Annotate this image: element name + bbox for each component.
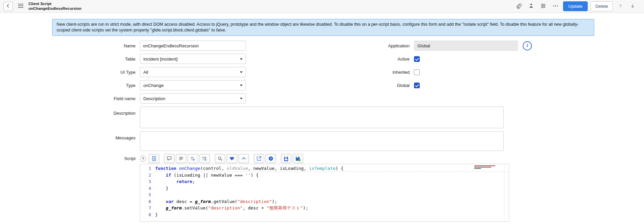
hamburger-menu-icon [18, 4, 24, 9]
code-line: function onChange(control, oldValue, new… [155, 165, 509, 172]
application-field-value: Global [417, 43, 430, 48]
replace-icon[interactable]: $a [188, 154, 198, 163]
form-header: Client Script onChangeEndlessRecursion U… [0, 0, 644, 13]
name-label: Name [0, 43, 140, 48]
inherited-label: Inherited [255, 70, 414, 75]
attachment-button[interactable] [514, 1, 524, 12]
application-label: Application [255, 43, 414, 48]
code-line [155, 192, 509, 198]
code-line: } [155, 211, 509, 218]
heart-icon[interactable] [227, 154, 237, 163]
line-number: 7 [140, 205, 155, 211]
chevron-down-icon [240, 98, 243, 99]
active-label: Active [255, 57, 414, 62]
more-options-button[interactable] [550, 1, 561, 12]
code-minimap [474, 165, 501, 170]
type-select-value: onChange [143, 83, 164, 88]
code-editor-box[interactable]: 12345678 function onChange(control, oldV… [140, 164, 509, 222]
paperclip-icon [516, 3, 522, 10]
open-in-window-icon[interactable] [254, 154, 264, 163]
chevron-up-icon[interactable] [238, 154, 249, 163]
update-button[interactable]: Update [563, 1, 588, 11]
search-icon[interactable] [215, 154, 225, 163]
personalize-button[interactable] [526, 1, 536, 12]
svg-text:$a: $a [191, 156, 193, 159]
chevron-left-icon [6, 4, 10, 9]
delete-button[interactable]: Delete [590, 1, 613, 11]
script-label: Script [124, 156, 136, 222]
ellipsis-icon [553, 3, 558, 10]
line-number: 6 [140, 198, 155, 205]
ui-type-label: UI Type [0, 70, 140, 75]
line-number: 8 [140, 211, 155, 218]
arrow-down-icon [630, 3, 636, 10]
name-input[interactable] [140, 41, 246, 51]
info-banner: New client-scripts are run in strict mod… [52, 19, 594, 36]
replace-all-icon[interactable]: $ab [200, 154, 210, 163]
table-label: Table [0, 57, 140, 62]
active-checkbox[interactable] [414, 56, 420, 62]
line-number: 3 [140, 178, 155, 185]
description-textarea[interactable] [140, 107, 504, 128]
svg-text:$ab: $ab [202, 156, 206, 159]
code-line: var desc = g_form.getValue("description"… [155, 198, 509, 205]
help-icon[interactable]: ? [266, 154, 276, 163]
messages-label: Messages [0, 131, 140, 140]
line-number: 2 [140, 172, 155, 179]
type-label: Type [0, 83, 140, 88]
global-checkbox[interactable] [414, 83, 420, 88]
question-mark-icon: ? [142, 157, 144, 161]
global-label: Global [255, 83, 414, 88]
application-field: Global [414, 41, 518, 51]
description-label: Description [0, 107, 140, 116]
line-number: 5 [140, 192, 155, 198]
toggle-comment-icon[interactable] [164, 154, 174, 163]
table-select[interactable]: Incident [incident] [140, 54, 246, 64]
inherited-checkbox[interactable] [414, 69, 420, 75]
line-number-gutter: 12345678 [140, 164, 155, 221]
code-content[interactable]: function onChange(control, oldValue, new… [155, 164, 509, 221]
code-line: if (isLoading || newValue === '') { [155, 172, 509, 179]
line-number: 1 [140, 165, 155, 172]
line-number: 4 [140, 185, 155, 192]
back-button[interactable] [3, 2, 13, 11]
info-icon: i [527, 43, 528, 48]
svg-text:$: $ [153, 157, 155, 160]
script-help-button[interactable]: ? [140, 156, 146, 162]
ui-type-select[interactable]: All [140, 67, 246, 77]
type-select[interactable]: onChange [140, 80, 246, 90]
table-select-value: Incident [incident] [143, 57, 178, 62]
field-name-select-value: Description [143, 96, 165, 101]
sliders-icon [540, 3, 546, 10]
svg-text:?: ? [270, 157, 272, 160]
record-type-label: Client Script [28, 2, 82, 6]
form-controls-button[interactable] [538, 1, 548, 12]
client-script-form: Name Table Incident [incident] UI Type A… [0, 41, 644, 222]
context-menu-button[interactable] [17, 3, 24, 10]
code-line: return; [155, 178, 509, 185]
next-record-button[interactable] [627, 1, 638, 12]
code-line: g_form.setValue("description", desc + "無… [155, 205, 509, 211]
info-banner-text: New client-scripts are run in strict mod… [57, 22, 579, 32]
field-name-select[interactable]: Description [140, 93, 246, 104]
record-title: Client Script onChangeEndlessRecursion [28, 2, 82, 11]
script-toolbar-buttons: $$a$ab? [149, 154, 305, 163]
save-icon[interactable] [281, 154, 291, 163]
chevron-down-icon [240, 85, 243, 86]
record-name-label: onChangeEndlessRecursion [28, 6, 82, 11]
script-toolbar: ? $$a$ab? [140, 154, 513, 163]
code-line: } [155, 185, 509, 192]
person-icon [528, 3, 534, 9]
chevron-down-icon [240, 58, 243, 60]
script-editor: ? $$a$ab? 12345678 function onChange(con… [140, 154, 513, 222]
save-check-icon[interactable] [293, 154, 303, 163]
field-name-label: Field name [0, 96, 140, 101]
previous-record-button[interactable] [615, 1, 625, 12]
ui-type-select-value: All [143, 70, 148, 75]
messages-textarea[interactable] [140, 131, 504, 151]
application-info-button[interactable]: i [523, 41, 532, 50]
format-script-icon[interactable]: $ [149, 154, 159, 163]
format-document-icon[interactable] [176, 154, 186, 163]
chevron-down-icon [240, 71, 243, 73]
arrow-up-icon [618, 3, 623, 10]
